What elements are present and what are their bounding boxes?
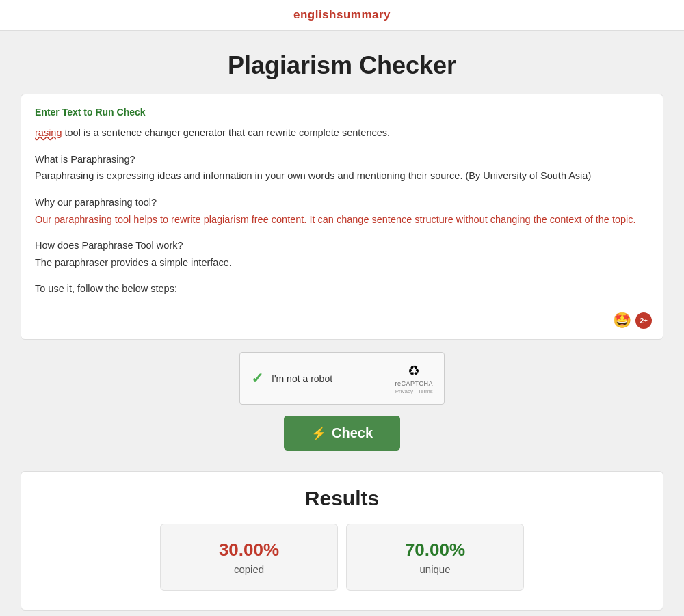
copied-percent: 30.00% bbox=[161, 539, 337, 561]
text-card-label: Enter Text to Run Check bbox=[35, 107, 649, 118]
reaction-count-badge: 2+ bbox=[635, 312, 652, 329]
word-rasing: rasing bbox=[35, 127, 62, 138]
captcha-box[interactable]: ✓ I'm not a robot ♻ reCAPTCHA Privacy - … bbox=[239, 352, 445, 405]
check-button[interactable]: ⚡ Check bbox=[284, 416, 400, 451]
unique-percent: 70.00% bbox=[347, 539, 523, 561]
page-title-section: Plagiarism Checker bbox=[0, 31, 684, 94]
logo-normal: english bbox=[293, 8, 337, 21]
paragraph-5: To use it, follow the below steps: bbox=[35, 280, 649, 297]
paragraph-3: Why our paraphrasing tool? Our paraphras… bbox=[35, 194, 649, 228]
para3-body-pre: Our paraphrasing tool helps to rewrite bbox=[35, 214, 204, 225]
page-title: Plagiarism Checker bbox=[0, 51, 684, 80]
recaptcha-brand: reCAPTCHA bbox=[395, 380, 433, 387]
copied-label: copied bbox=[161, 563, 337, 575]
copied-result-box: 30.00% copied bbox=[160, 524, 338, 591]
bolt-icon: ⚡ bbox=[311, 426, 326, 441]
text-content-area[interactable]: rasing tool is a sentence changer genera… bbox=[35, 124, 649, 297]
results-card: Results 30.00% copied 70.00% unique bbox=[21, 471, 663, 611]
emoji-icon: 🤩 bbox=[613, 312, 631, 330]
para3-highlight: plagiarism free bbox=[204, 214, 269, 225]
unique-result-box: 70.00% unique bbox=[346, 524, 524, 591]
results-grid: 30.00% copied 70.00% unique bbox=[35, 524, 649, 591]
paragraph-1: rasing tool is a sentence changer genera… bbox=[35, 124, 649, 142]
paragraph-4: How does Paraphrase Tool work? The parap… bbox=[35, 237, 649, 271]
text-input-card[interactable]: Enter Text to Run Check rasing tool is a… bbox=[21, 94, 663, 340]
captcha-right: ♻ reCAPTCHA Privacy - Terms bbox=[395, 362, 433, 394]
captcha-section: ✓ I'm not a robot ♻ reCAPTCHA Privacy - … bbox=[21, 352, 663, 405]
para2-body: Paraphrasing is expressing ideas and inf… bbox=[35, 170, 591, 181]
main-content: Enter Text to Run Check rasing tool is a… bbox=[10, 94, 674, 611]
para4-heading: How does Paraphrase Tool work? bbox=[35, 240, 183, 251]
paragraph-2: What is Paraphrasing? Paraphrasing is ex… bbox=[35, 151, 649, 185]
para2-heading: What is Paraphrasing? bbox=[35, 154, 135, 165]
unique-label: unique bbox=[347, 563, 523, 575]
recaptcha-links: Privacy - Terms bbox=[395, 388, 433, 394]
check-button-wrap: ⚡ Check bbox=[21, 416, 663, 451]
captcha-label: I'm not a robot bbox=[272, 373, 332, 384]
logo-bold: summary bbox=[337, 8, 391, 21]
recaptcha-logo-icon: ♻ bbox=[408, 362, 420, 379]
para3-body-post: content. It can change sentence structur… bbox=[269, 214, 636, 225]
results-title: Results bbox=[35, 487, 649, 510]
header: englishsummary bbox=[0, 0, 684, 31]
captcha-checkmark: ✓ bbox=[251, 370, 263, 388]
para3-heading: Why our paraphrasing tool? bbox=[35, 197, 157, 208]
captcha-left: ✓ I'm not a robot bbox=[251, 370, 332, 388]
emoji-reaction-area[interactable]: 🤩 2+ bbox=[613, 312, 652, 330]
para5-text: To use it, follow the below steps: bbox=[35, 283, 177, 294]
check-button-label: Check bbox=[332, 425, 373, 441]
line1-post: tool is a sentence changer generator tha… bbox=[62, 127, 391, 138]
site-logo[interactable]: englishsummary bbox=[293, 8, 391, 21]
para4-body: The paraphraser provides a simple interf… bbox=[35, 257, 232, 268]
